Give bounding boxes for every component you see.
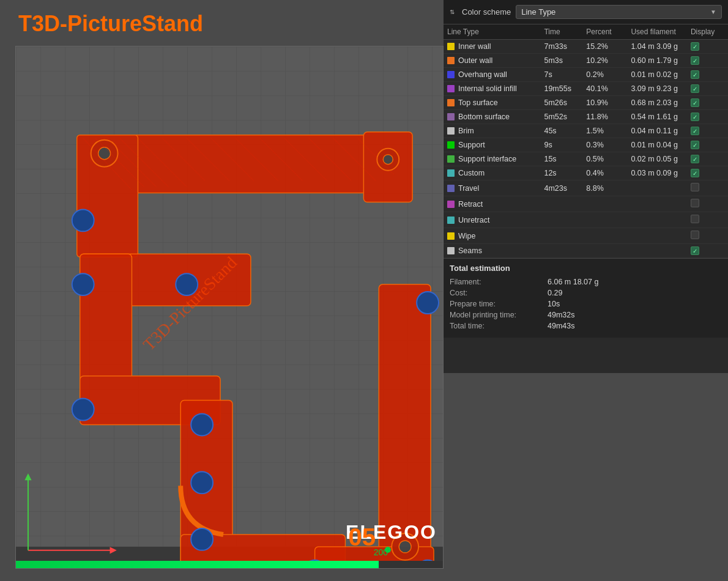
row-label-cell: Travel — [444, 180, 540, 196]
checkbox-checked[interactable]: ✓ — [691, 113, 699, 121]
row-display-checkbox[interactable] — [687, 212, 728, 228]
row-label-cell: Internal solid infill — [444, 82, 540, 96]
checkbox-checked[interactable]: ✓ — [691, 98, 699, 107]
row-time — [540, 244, 582, 258]
row-time: 7m33s — [540, 40, 582, 54]
row-filament: 0.01 m 0.04 g — [627, 138, 687, 152]
estimation-label: Filament: — [450, 278, 548, 286]
checkbox-checked[interactable]: ✓ — [691, 127, 699, 135]
checkbox-unchecked[interactable] — [691, 215, 699, 223]
row-time: 45s — [540, 124, 582, 138]
progress-bar-background — [16, 561, 443, 568]
temp-indicator-dot — [385, 547, 391, 553]
row-filament: 0.02 m 0.05 g — [627, 152, 687, 166]
col-used-filament: Used filament — [627, 24, 687, 40]
row-label-cell: Unretract — [444, 212, 540, 228]
table-row: Brim45s1.5%0.04 m 0.11 g✓ — [444, 124, 728, 138]
row-time: 19m55s — [540, 82, 582, 96]
row-percent: 0.2% — [582, 68, 627, 82]
svg-point-34 — [72, 399, 94, 421]
estimation-label: Model printing time: — [450, 311, 548, 319]
row-percent: 0.3% — [582, 138, 627, 152]
total-estimation-section: Total estimation Filament:6.06 m 18.07 g… — [444, 258, 728, 338]
estimation-rows: Filament:6.06 m 18.07 gCost:0.29Prepare … — [450, 278, 722, 330]
row-filament: 1.04 m 3.09 g — [627, 40, 687, 54]
row-display-checkbox[interactable] — [687, 196, 728, 212]
checkbox-checked[interactable]: ✓ — [691, 84, 699, 93]
checkbox-unchecked[interactable] — [691, 183, 699, 191]
col-percent: Percent — [582, 24, 627, 40]
row-time — [540, 196, 582, 212]
row-display-checkbox[interactable]: ✓ — [687, 244, 728, 258]
estimation-row: Filament:6.06 m 18.07 g — [450, 278, 722, 286]
row-filament: 0.54 m 1.61 g — [627, 110, 687, 124]
table-row: Outer wall5m3s10.2%0.60 m 1.79 g✓ — [444, 54, 728, 68]
color-scheme-label: Color scheme — [462, 7, 511, 17]
row-filament — [627, 196, 687, 212]
row-filament — [627, 180, 687, 196]
table-row: Support interface15s0.5%0.02 m 0.05 g✓ — [444, 152, 728, 166]
row-filament — [627, 244, 687, 258]
checkbox-checked[interactable]: ✓ — [691, 42, 699, 51]
row-label-cell: Custom — [444, 166, 540, 180]
row-percent: 8.8% — [582, 180, 627, 196]
row-display-checkbox[interactable] — [687, 180, 728, 196]
row-percent: 10.9% — [582, 96, 627, 110]
table-row: Overhang wall7s0.2%0.01 m 0.02 g✓ — [444, 68, 728, 82]
svg-point-31 — [72, 209, 94, 231]
svg-point-32 — [72, 273, 94, 295]
checkbox-checked[interactable]: ✓ — [691, 155, 699, 163]
estimation-value: 10s — [548, 300, 560, 308]
estimation-row: Cost:0.29 — [450, 289, 722, 297]
row-display-checkbox[interactable]: ✓ — [687, 82, 728, 96]
svg-point-4 — [98, 147, 111, 160]
row-time — [540, 228, 582, 244]
checkbox-checked[interactable]: ✓ — [691, 169, 699, 177]
row-percent: 15.2% — [582, 40, 627, 54]
row-time: 5m26s — [540, 96, 582, 110]
row-display-checkbox[interactable]: ✓ — [687, 110, 728, 124]
table-row: Unretract — [444, 212, 728, 228]
row-label-cell: Brim — [444, 124, 540, 138]
row-display-checkbox[interactable]: ✓ — [687, 166, 728, 180]
table-row: Top surface5m26s10.9%0.68 m 2.03 g✓ — [444, 96, 728, 110]
row-percent: 11.8% — [582, 110, 627, 124]
row-display-checkbox[interactable]: ✓ — [687, 54, 728, 68]
3d-viewport[interactable]: T3D-PictureStand ELEGOO 05 200 — [15, 46, 444, 569]
dropdown-arrow-icon: ▼ — [710, 9, 716, 15]
row-display-checkbox[interactable]: ✓ — [687, 152, 728, 166]
row-label-cell: Bottom surface — [444, 110, 540, 124]
row-display-checkbox[interactable] — [687, 228, 728, 244]
row-label-cell: Outer wall — [444, 54, 540, 68]
row-display-checkbox[interactable]: ✓ — [687, 124, 728, 138]
svg-point-40 — [417, 292, 439, 314]
table-row: Retract — [444, 196, 728, 212]
estimation-value: 49m32s — [548, 311, 574, 319]
table-row: Custom12s0.4%0.03 m 0.09 g✓ — [444, 166, 728, 180]
row-percent: 0.4% — [582, 166, 627, 180]
row-label-cell: Overhang wall — [444, 68, 540, 82]
row-time: 12s — [540, 166, 582, 180]
checkbox-checked[interactable]: ✓ — [691, 246, 699, 255]
checkbox-unchecked[interactable] — [691, 199, 699, 207]
checkbox-unchecked[interactable] — [691, 231, 699, 239]
line-type-dropdown[interactable]: Line Type ▼ — [516, 5, 722, 19]
page-title: T3D-PictureStand — [18, 11, 203, 37]
row-filament: 0.68 m 2.03 g — [627, 96, 687, 110]
row-label-cell: Wipe — [444, 228, 540, 244]
progress-bar-fill — [16, 561, 379, 568]
col-display: Display — [687, 24, 728, 40]
row-display-checkbox[interactable]: ✓ — [687, 40, 728, 54]
checkbox-checked[interactable]: ✓ — [691, 56, 699, 65]
estimation-value: 49m43s — [548, 322, 574, 330]
row-display-checkbox[interactable]: ✓ — [687, 68, 728, 82]
row-display-checkbox[interactable]: ✓ — [687, 96, 728, 110]
row-display-checkbox[interactable]: ✓ — [687, 138, 728, 152]
col-time: Time — [540, 24, 582, 40]
row-filament: 0.04 m 0.11 g — [627, 124, 687, 138]
col-line-type: Line Type — [444, 24, 540, 40]
row-time: 9s — [540, 138, 582, 152]
total-estimation-title: Total estimation — [450, 264, 722, 273]
checkbox-checked[interactable]: ✓ — [691, 141, 699, 149]
checkbox-checked[interactable]: ✓ — [691, 70, 699, 79]
